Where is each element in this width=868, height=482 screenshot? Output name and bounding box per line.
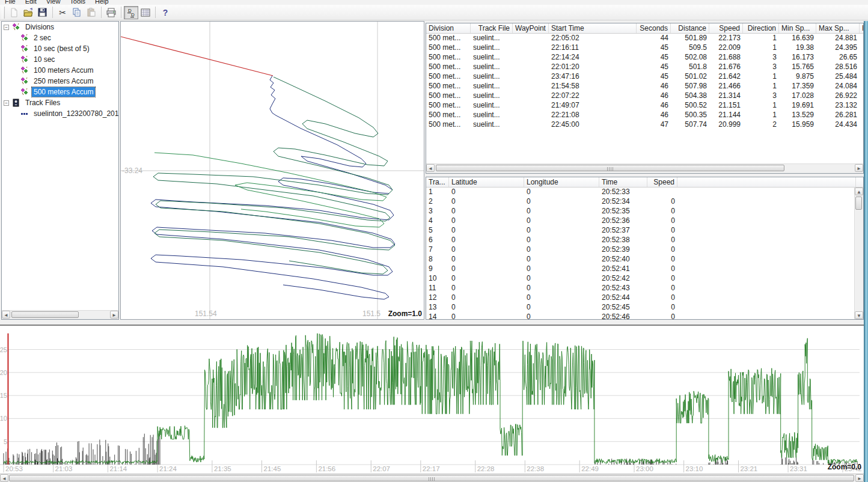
points-col-longitude[interactable]: Longitude (524, 177, 599, 187)
points-col-speed[interactable]: Speed (647, 177, 677, 187)
results-horizontal-scrollbar[interactable]: ◄► (426, 163, 863, 173)
menu-edit[interactable]: Edit (20, 0, 41, 5)
points-row[interactable]: 40020:52:360 (426, 216, 863, 226)
table-view-button[interactable] (138, 6, 153, 19)
points-row[interactable]: 120020:52:440 (426, 293, 863, 303)
menu-view[interactable]: View (41, 0, 66, 5)
scroll-left-arrow[interactable]: ◄ (2, 311, 10, 319)
division-icon (20, 55, 29, 64)
points-col-latitude[interactable]: Latitude (449, 177, 524, 187)
points-row[interactable]: 110020:52:430 (426, 284, 863, 293)
points-row[interactable]: 70020:52:390 (426, 245, 863, 255)
menu-tools[interactable]: Tools (65, 0, 90, 5)
points-row[interactable]: 30020:52:350 (426, 207, 863, 216)
results-table-header[interactable]: DivisionTrack FileWayPointStart TimeSeco… (426, 23, 863, 34)
points-row[interactable]: 80020:52:400 (426, 255, 863, 264)
tree-item-suelinton-123200780-201[interactable]: suelinton_123200780_201 (2, 108, 118, 119)
points-cell (677, 188, 856, 197)
results-col-f[interactable]: F (860, 23, 864, 33)
results-col-min-sp-[interactable]: Min Sp... (779, 23, 816, 33)
bottom-horizontal-scrollbar[interactable]: ◄► (0, 474, 864, 482)
track-map-canvas[interactable] (121, 22, 424, 319)
tree-root-divisions[interactable]: −Divisions (2, 22, 118, 32)
results-col-start-time[interactable]: Start Time (549, 23, 637, 33)
results-row[interactable]: 500 met...suelint...21:54:5846507.9821.4… (426, 82, 863, 91)
svg-text:21:56: 21:56 (318, 465, 335, 472)
points-col-blank[interactable] (677, 177, 856, 187)
results-col-division[interactable]: Division (426, 23, 471, 33)
results-col-max-sp-[interactable]: Max Sp... (816, 23, 860, 33)
points-cell: 13 (426, 303, 449, 313)
tree-item-10-sec-best-of-5-[interactable]: 10 sec (best of 5) (2, 43, 118, 54)
scroll-right-arrow[interactable]: ► (855, 164, 863, 172)
print-button[interactable] (104, 6, 118, 19)
waypoint-labels-toggle-button[interactable]: DD (124, 6, 138, 19)
points-row[interactable]: 60020:52:380 (426, 236, 863, 245)
points-cell: 8 (426, 255, 449, 264)
scroll-right-arrow[interactable]: ► (110, 311, 118, 319)
points-row[interactable]: 10020:52:33 (426, 188, 863, 197)
points-col-tra-[interactable]: Tra... (426, 177, 449, 187)
results-row[interactable]: 500 met...suelint...22:07:2246504.3821.3… (426, 91, 863, 101)
table-grid-icon (140, 7, 151, 18)
results-row[interactable]: 500 met...suelint...21:49:0746500.5221.1… (426, 101, 863, 111)
results-col-speed[interactable]: Speed (709, 23, 743, 33)
results-col-waypoint[interactable]: WayPoint (513, 23, 549, 33)
cut-button[interactable]: ✂ (55, 6, 70, 19)
results-row[interactable]: 500 met...suelint...22:21:0846500.3521.1… (426, 111, 863, 120)
scroll-right-arrow[interactable]: ► (855, 474, 864, 482)
copy-button[interactable] (70, 6, 84, 19)
results-col-distance[interactable]: Distance (671, 23, 709, 33)
tree-item-500-meters-accum[interactable]: 500 meters Accum (2, 87, 118, 97)
results-col-direction[interactable]: Direction (743, 23, 779, 33)
results-row[interactable]: 500 met...suelint...22:01:2045501.821.67… (426, 63, 863, 72)
speed-chart-panel[interactable]: 51015202520:5321:0321:1421:2421:3521:452… (0, 325, 864, 473)
menu-help[interactable]: Help (90, 0, 114, 5)
tree-item-250-meters-accum[interactable]: 250 meters Accum (2, 76, 118, 87)
scroll-down-arrow[interactable]: ▼ (855, 311, 863, 319)
trackpoints-vertical-scrollbar[interactable]: ▲▼ (854, 188, 863, 319)
scroll-up-arrow[interactable]: ▲ (855, 188, 863, 195)
paste-button[interactable] (84, 6, 99, 19)
tree-expander[interactable]: − (4, 100, 9, 106)
trackpoints-table-header[interactable]: Tra...LatitudeLongitudeTimeSpeed (426, 177, 863, 188)
open-file-button[interactable] (21, 6, 35, 19)
results-row[interactable]: 500 met...suelint...23:47:1645501.0221.6… (426, 72, 863, 82)
points-row[interactable]: 100020:52:420 (426, 274, 863, 284)
scroll-left-arrow[interactable]: ◄ (426, 164, 435, 172)
save-file-button[interactable] (35, 6, 50, 19)
points-row[interactable]: 50020:52:370 (426, 226, 863, 236)
results-row[interactable]: 500 met...suelint...22:45:0047507.7420.9… (426, 120, 863, 130)
tree-expander[interactable]: − (4, 25, 9, 30)
tree-item-10-sec[interactable]: 10 sec (2, 54, 118, 65)
help-button[interactable]: ? (158, 6, 173, 19)
svg-text:15: 15 (0, 392, 7, 399)
scroll-thumb[interactable] (855, 197, 862, 210)
points-row[interactable]: 140020:52:460 (426, 313, 863, 320)
tree-item-100-meters-accum[interactable]: 100 meters Accum (2, 65, 118, 76)
tree-item-2-sec[interactable]: 2 sec (2, 32, 118, 43)
toolbar-grip[interactable] (2, 7, 5, 19)
results-cell: suelint... (471, 91, 513, 101)
results-col-track-file[interactable]: Track File (471, 23, 513, 33)
points-row[interactable]: 90020:52:410 (426, 264, 863, 274)
scroll-thumb[interactable] (9, 475, 854, 481)
results-row[interactable]: 500 met...suelint...22:05:0244501.8922.1… (426, 34, 863, 43)
new-file-button[interactable] (7, 6, 21, 19)
track-map-panel[interactable]: -33.24 151.54 151.5 Zoom=1.0 (120, 21, 424, 320)
scroll-thumb[interactable] (436, 165, 784, 171)
results-cell: 24.084 (816, 82, 860, 91)
scroll-thumb[interactable] (11, 311, 79, 318)
points-col-time[interactable]: Time (599, 177, 647, 187)
results-row[interactable]: 500 met...suelint...22:16:1145509.522.00… (426, 43, 863, 53)
speed-chart-canvas[interactable]: 51015202520:5321:0321:1421:2421:3521:452… (0, 326, 864, 473)
results-row[interactable]: 500 met...suelint...22:14:2445502.0821.6… (426, 53, 863, 63)
results-cell: 44 (637, 34, 671, 43)
tree-horizontal-scrollbar[interactable]: ◄► (2, 310, 118, 319)
menu-file[interactable]: File (0, 0, 20, 5)
points-row[interactable]: 130020:52:450 (426, 303, 863, 313)
tree-root-track-files[interactable]: −Track Files (2, 97, 118, 108)
points-row[interactable]: 20020:52:340 (426, 197, 863, 207)
scroll-left-arrow[interactable]: ◄ (0, 474, 8, 482)
results-col-seconds[interactable]: Seconds (637, 23, 671, 33)
